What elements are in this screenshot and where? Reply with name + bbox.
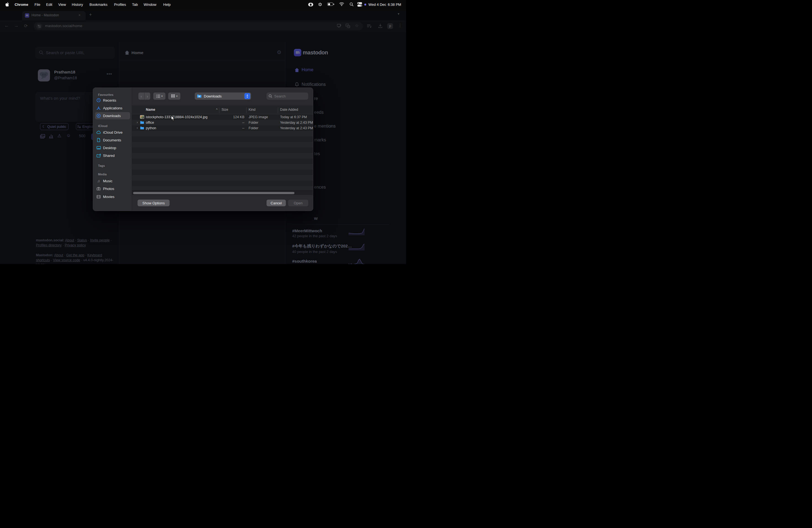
- sidebar-item-music[interactable]: ♫ Music: [96, 178, 130, 184]
- list-column-header[interactable]: Name ^ Size Kind Date Added: [132, 105, 313, 114]
- wifi-icon[interactable]: [339, 2, 344, 6]
- macos-menu-bar: Chrome File Edit View History Bookmarks …: [0, 0, 406, 10]
- mouse-cursor: [171, 115, 175, 121]
- location-dropdown[interactable]: Downloads: [195, 92, 251, 100]
- dialog-forward-button[interactable]: ›: [144, 92, 150, 100]
- icon-view-button[interactable]: ▾: [168, 92, 180, 100]
- sidebar-item-shared[interactable]: Shared: [96, 152, 130, 159]
- file-name: python: [146, 126, 156, 130]
- control-center-icon[interactable]: [358, 2, 363, 6]
- desktop-icon: [96, 146, 101, 150]
- column-size[interactable]: Size: [221, 108, 228, 112]
- sidebar-item-desktop[interactable]: Desktop: [96, 145, 130, 151]
- menu-profiles[interactable]: Profiles: [114, 2, 126, 6]
- column-name[interactable]: Name: [146, 108, 155, 112]
- file-row[interactable]: istockphoto-1337718884-1024x1024.jpg 124…: [132, 114, 313, 120]
- image-thumbnail: [140, 115, 144, 119]
- chatgpt-icon[interactable]: [318, 2, 322, 6]
- sidebar-item-applications[interactable]: Applications: [96, 105, 130, 111]
- list-view-button[interactable]: ▾: [153, 92, 165, 100]
- cloud-icon: [96, 130, 101, 134]
- file-size: 124 KB: [233, 115, 244, 119]
- document-icon: [96, 138, 101, 142]
- menu-history[interactable]: History: [72, 2, 83, 6]
- chevron-down-icon: ▾: [161, 95, 163, 98]
- sidebar-item-label: Recents: [103, 98, 116, 102]
- folder-row[interactable]: › office -- Folder Yesterday at 2:43 PM: [132, 120, 313, 126]
- open-button[interactable]: Open: [288, 200, 308, 206]
- sidebar-item-documents[interactable]: Documents: [96, 137, 130, 143]
- spotlight-search-icon[interactable]: [349, 2, 354, 6]
- file-kind: Folder: [249, 121, 258, 124]
- sidebar-item-icloud-drive[interactable]: iCloud Drive: [96, 129, 130, 135]
- menu-tab[interactable]: Tab: [132, 2, 138, 6]
- menubar-date[interactable]: Wed 4 Dec: [368, 2, 386, 6]
- search-icon: [269, 94, 272, 98]
- file-kind: Folder: [249, 126, 258, 130]
- file-size: --: [242, 121, 244, 124]
- file-date: Today at 6:37 PM: [280, 115, 313, 119]
- sidebar-item-label: Movies: [103, 195, 114, 199]
- sidebar-item-label: Downloads: [103, 114, 121, 118]
- show-options-button[interactable]: Show Options: [137, 200, 170, 206]
- empty-list-stripes: [132, 131, 313, 191]
- sidebar-item-label: Photos: [103, 187, 114, 191]
- file-date: Yesterday at 2:43 PM: [280, 126, 313, 130]
- menu-bookmarks[interactable]: Bookmarks: [89, 2, 107, 6]
- file-kind: JPEG image: [249, 115, 268, 119]
- shared-folder-icon: [96, 153, 101, 158]
- chevron-down-icon: ▾: [176, 95, 178, 98]
- sidebar-section-favourites: Favourites: [98, 93, 114, 97]
- sidebar-item-movies[interactable]: Movies: [96, 194, 130, 200]
- download-circle-icon: [96, 114, 101, 118]
- app-store-icon: [96, 106, 101, 110]
- sidebar-item-label: Shared: [103, 153, 115, 158]
- menu-help[interactable]: Help: [163, 2, 171, 6]
- sidebar-item-recents[interactable]: Recents: [96, 97, 130, 103]
- column-kind[interactable]: Kind: [249, 108, 256, 112]
- cancel-button[interactable]: Cancel: [266, 200, 286, 206]
- sidebar-item-label: Documents: [103, 138, 121, 142]
- menu-window[interactable]: Window: [144, 2, 156, 6]
- sidebar-section-media: Media: [98, 173, 106, 176]
- dialog-back-button[interactable]: ‹: [139, 92, 144, 100]
- file-size: --: [242, 126, 244, 130]
- screen: Chrome File Edit View History Bookmarks …: [0, 0, 406, 264]
- horizontal-scrollbar-thumb[interactable]: [133, 192, 294, 194]
- status-dot: [364, 4, 366, 5]
- folder-row[interactable]: › python -- Folder Yesterday at 2:43 PM: [132, 126, 313, 131]
- clock-icon: [96, 98, 101, 102]
- sidebar-item-downloads[interactable]: Downloads: [96, 113, 130, 119]
- sidebar-item-label: Applications: [103, 106, 122, 110]
- sidebar-item-label: iCloud Drive: [103, 130, 122, 134]
- dialog-sidebar: Favourites Recents Applications Download…: [93, 88, 132, 211]
- file-date: Yesterday at 2:43 PM: [280, 121, 313, 124]
- film-icon: [96, 195, 101, 199]
- sidebar-section-tags: Tags: [98, 164, 105, 167]
- folder-icon: [197, 94, 202, 98]
- screen-recording-icon[interactable]: [308, 3, 313, 6]
- battery-icon[interactable]: [327, 2, 333, 6]
- disclosure-chevron-icon[interactable]: ›: [137, 126, 138, 130]
- dropdown-stepper-icon[interactable]: [244, 93, 250, 99]
- menu-view[interactable]: View: [58, 2, 66, 6]
- file-open-dialog: Favourites Recents Applications Download…: [93, 88, 313, 211]
- file-name: office: [146, 121, 154, 124]
- menu-file[interactable]: File: [34, 2, 40, 6]
- folder-icon: [140, 121, 144, 124]
- sidebar-item-photos[interactable]: Photos: [96, 186, 130, 192]
- apple-menu-icon[interactable]: [5, 2, 10, 7]
- horizontal-scrollbar-track[interactable]: [132, 191, 313, 195]
- dialog-search-field[interactable]: [266, 92, 308, 100]
- music-note-icon: ♫: [96, 179, 101, 183]
- disclosure-chevron-icon[interactable]: ›: [137, 120, 138, 124]
- file-name: istockphoto-1337718884-1024x1024.jpg: [146, 115, 207, 119]
- menubar-time[interactable]: 6:38 PM: [388, 2, 401, 6]
- menu-edit[interactable]: Edit: [46, 2, 52, 6]
- dialog-search-input[interactable]: [274, 92, 307, 100]
- column-date-added[interactable]: Date Added: [280, 108, 298, 112]
- menu-app-name[interactable]: Chrome: [15, 2, 28, 6]
- camera-icon: [96, 187, 101, 191]
- sidebar-section-icloud: iCloud: [98, 124, 107, 128]
- sidebar-item-label: Desktop: [103, 146, 116, 150]
